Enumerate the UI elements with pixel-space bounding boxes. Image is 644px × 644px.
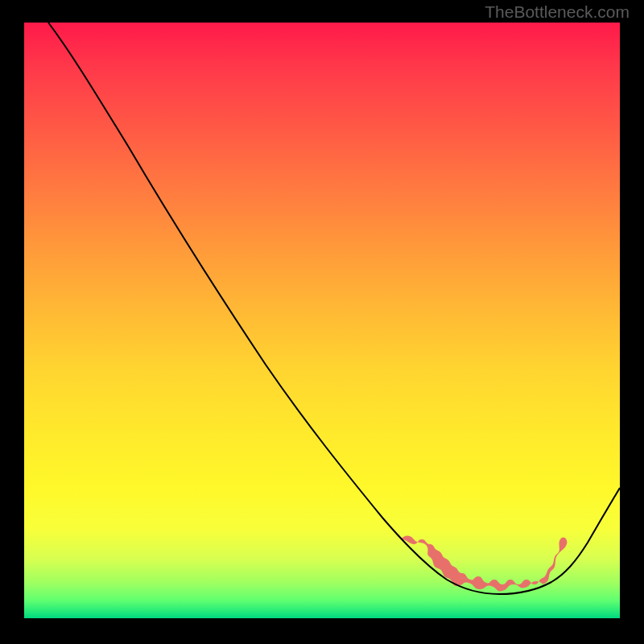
bottleneck-curve-path: [48, 23, 620, 594]
curve-layer: [24, 23, 620, 618]
plot-area: [24, 23, 620, 618]
watermark-text: TheBottleneck.com: [485, 2, 630, 22]
